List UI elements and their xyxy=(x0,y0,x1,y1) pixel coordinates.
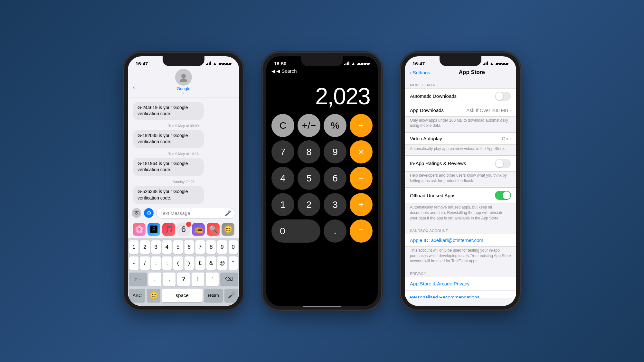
sandbox-note: This account will only be used for testi… xyxy=(405,246,516,268)
settings-screen: 16:47 ▲ ▰▰▰▰ ‹ Settings App Store xyxy=(405,56,516,306)
key-comma[interactable]: , xyxy=(163,273,175,286)
back-button[interactable]: ‹ xyxy=(133,84,135,91)
calc-btn-minus[interactable]: − xyxy=(350,167,373,190)
key-at[interactable]: @ xyxy=(217,256,227,270)
wifi-icon: ▲ xyxy=(213,61,217,66)
app-downloads-row[interactable]: App Downloads Ask If Over 200 MB › xyxy=(405,104,516,116)
calc-btn-plusminus[interactable]: +/− xyxy=(298,114,320,137)
calc-btn-5[interactable]: 5 xyxy=(298,167,320,190)
offload-apps-toggle[interactable] xyxy=(495,191,511,200)
key-1[interactable]: 1 xyxy=(129,240,138,254)
key-3[interactable]: 3 xyxy=(151,240,161,254)
home-indicator xyxy=(164,306,203,307)
key-8[interactable]: 8 xyxy=(206,240,216,254)
calc-btn-7[interactable]: 7 xyxy=(271,140,294,163)
key-hashtag[interactable]: #+= xyxy=(129,273,147,286)
key-lparen[interactable]: ( xyxy=(173,256,183,270)
calc-btn-divide[interactable]: ÷ xyxy=(350,114,373,137)
calc-btn-9[interactable]: 9 xyxy=(324,140,346,163)
calc-row-4: 1 2 3 + xyxy=(271,193,373,216)
key-abc[interactable]: ABC xyxy=(129,289,145,302)
back-to-search[interactable]: ◀ ◀ Search xyxy=(266,68,378,77)
key-semicolon[interactable]: ; xyxy=(162,256,172,270)
key-colon[interactable]: : xyxy=(151,256,161,270)
key-space[interactable]: space xyxy=(162,289,202,302)
calc-btn-3[interactable]: 3 xyxy=(324,193,346,216)
settings-body: MOBILE DATA Automatic Downloads App Down… xyxy=(405,79,516,298)
calc-btn-percent[interactable]: % xyxy=(324,114,346,137)
video-autoplay-note: Automatically play app preview videos in… xyxy=(405,145,516,155)
back-to-settings[interactable]: ‹ Settings xyxy=(410,69,430,76)
podcasts-icon[interactable]: 📻 xyxy=(192,223,205,236)
avatar-icon[interactable]: 😊 xyxy=(222,223,234,236)
key-delete[interactable]: ⌫ xyxy=(220,273,238,286)
calc-btn-8[interactable]: 8 xyxy=(298,140,320,163)
key-6[interactable]: 6 xyxy=(185,240,194,254)
battery-icon: ▰▰▰▰ xyxy=(496,61,508,66)
message-bubble: G-181964 is your Google verification cod… xyxy=(133,158,204,176)
automatic-downloads-toggle[interactable] xyxy=(495,92,511,101)
arcade-privacy-link[interactable]: App Store & Arcade Privacy xyxy=(405,277,516,291)
notch xyxy=(163,56,204,66)
key-7[interactable]: 7 xyxy=(195,240,205,254)
number-6-badge[interactable]: 6 xyxy=(177,223,190,236)
key-pound[interactable]: £ xyxy=(195,256,205,270)
automatic-downloads-group: Automatic Downloads App Downloads Ask If… xyxy=(405,88,516,116)
key-0[interactable]: 0 xyxy=(229,240,238,254)
timestamp: Tue 9 May at 09:00 xyxy=(133,124,234,128)
timestamp: Tue 9 May at 14:16 xyxy=(133,152,234,156)
music-icon[interactable]: 🎵 xyxy=(162,223,175,236)
key-period[interactable]: . xyxy=(148,273,161,286)
calc-btn-0[interactable]: 0 xyxy=(271,219,320,243)
key-5[interactable]: 5 xyxy=(173,240,183,254)
apple-id-label: Apple ID: axelkarl@btinternet.com xyxy=(410,237,483,243)
key-apostrophe[interactable]: ' xyxy=(206,273,218,286)
key-9[interactable]: 9 xyxy=(217,240,227,254)
calc-row-5: 0 . = xyxy=(271,219,373,243)
apps-icon[interactable]: ⊕ xyxy=(144,208,154,218)
apple-id-row[interactable]: Apple ID: axelkarl@btinternet.com xyxy=(405,234,516,246)
calc-btn-plus[interactable]: + xyxy=(350,193,373,216)
calculator-screen: 16:50 ▲ ▰▰▰▰ ◀ ◀ Search 2,023 C xyxy=(266,56,378,306)
app-downloads-label: App Downloads xyxy=(410,107,444,113)
in-app-ratings-toggle[interactable] xyxy=(495,159,511,168)
in-app-ratings-row[interactable]: In-App Ratings & Reviews xyxy=(405,156,516,171)
automatic-downloads-row[interactable]: Automatic Downloads xyxy=(405,88,516,104)
key-amp[interactable]: & xyxy=(206,256,216,270)
toggle-thumb xyxy=(496,160,503,167)
key-question[interactable]: ? xyxy=(177,273,190,286)
key-4[interactable]: 4 xyxy=(162,240,172,254)
sandbox-group: Apple ID: axelkarl@btinternet.com xyxy=(405,234,516,246)
key-quote[interactable]: " xyxy=(229,256,238,270)
calc-btn-2[interactable]: 2 xyxy=(298,193,320,216)
key-dash[interactable]: - xyxy=(129,256,138,270)
emoji-key[interactable]: 🙂 xyxy=(147,289,160,302)
personalised-link[interactable]: Personalised Recommendations xyxy=(405,291,516,298)
notification-badge xyxy=(186,222,191,227)
calc-btn-decimal[interactable]: . xyxy=(324,219,346,243)
key-slash[interactable]: / xyxy=(140,256,149,270)
calc-btn-c[interactable]: C xyxy=(271,114,294,137)
offload-apps-label: Offload Unused Apps xyxy=(410,193,456,198)
text-input[interactable]: Text Message 🎤 xyxy=(156,208,235,218)
key-2[interactable]: 2 xyxy=(140,240,149,254)
calc-btn-multiply[interactable]: × xyxy=(350,140,373,163)
offload-apps-group: Offload Unused Apps xyxy=(405,187,516,203)
calc-btn-1[interactable]: 1 xyxy=(271,193,294,216)
signal-icon xyxy=(483,61,488,65)
search-icon[interactable]: 🔍 xyxy=(207,223,220,236)
calc-btn-6[interactable]: 6 xyxy=(324,167,346,190)
mic-key[interactable]: 🎤 xyxy=(224,289,238,302)
photos-icon[interactable]: 🌸 xyxy=(133,223,146,236)
appstore-icon[interactable]: 🅰 xyxy=(147,223,160,236)
camera-icon[interactable] xyxy=(132,208,141,218)
key-exclaim[interactable]: ! xyxy=(192,273,204,286)
calc-btn-equals[interactable]: = xyxy=(350,219,373,243)
offload-apps-row[interactable]: Offload Unused Apps xyxy=(405,188,516,203)
calc-btn-4[interactable]: 4 xyxy=(271,167,294,190)
wifi-icon: ▲ xyxy=(489,61,494,66)
key-rparen[interactable]: ) xyxy=(185,256,194,270)
message-bubble: G-192035 is your Google verification cod… xyxy=(133,130,204,148)
key-return[interactable]: return xyxy=(204,289,223,302)
video-autoplay-row[interactable]: Video Autoplay On › xyxy=(405,133,516,144)
